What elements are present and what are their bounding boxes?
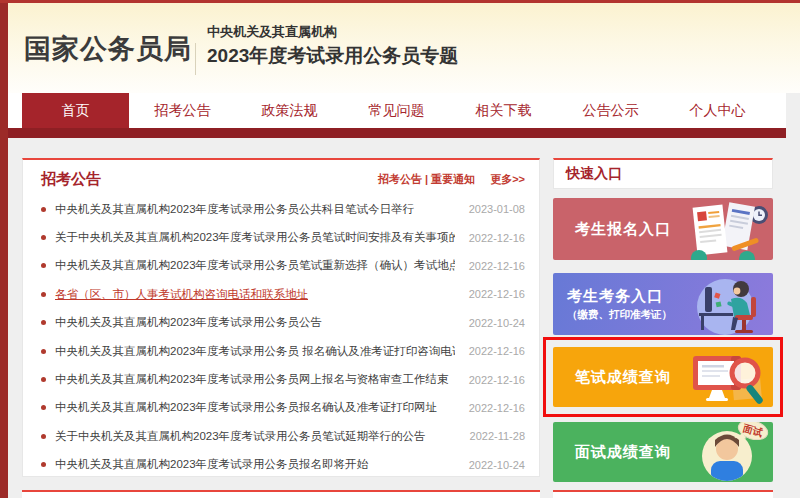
bullet-icon xyxy=(41,405,46,410)
written-score-query-button[interactable]: 笔试成绩查询 xyxy=(553,347,773,407)
quick-button-label-wrap: 笔试成绩查询 xyxy=(575,368,671,387)
panel-header-links: 招考公告 | 重要通知 更多>> xyxy=(378,172,525,187)
quick-links-title: 快速入口 xyxy=(566,165,622,181)
announcement-date: 2023-01-08 xyxy=(463,203,525,215)
nav-tab-4[interactable]: 相关下载 xyxy=(450,93,557,128)
announcement-date: 2022-12-16 xyxy=(463,345,525,357)
left-accent-stripe xyxy=(0,0,8,498)
exam-affairs-button[interactable]: 考生考务入口（缴费、打印准考证） xyxy=(553,273,773,335)
quick-button-label-wrap: 面试成绩查询 xyxy=(575,443,671,462)
announcement-date: 2022-12-16 xyxy=(463,260,525,272)
quick-button-label: 笔试成绩查询 xyxy=(575,368,671,387)
interview-score-query-button[interactable]: 面试成绩查询面试 xyxy=(553,422,773,482)
announcement-date: 2022-11-28 xyxy=(463,430,525,442)
announcement-link[interactable]: 关于中央机关及其直属机构2023年度考试录用公务员笔试时间安排及有关事项的公告 xyxy=(55,230,455,245)
announcement-list: 中央机关及其直属机构2023年度考试录用公务员公共科目笔试今日举行2023-01… xyxy=(23,193,539,479)
nav-underline-bar xyxy=(8,128,786,138)
page: 国家公务员局 中央机关及其直属机构 2023年度考试录用公务员专题 首页招考公告… xyxy=(0,0,800,498)
list-item: 中央机关及其直属机构2023年度考试录用公务员公告2022-10-24 xyxy=(41,309,525,337)
announcement-link[interactable]: 中央机关及其直属机构2023年度考试录用公务员公告 xyxy=(55,315,455,330)
header-subtitle-topic: 2023年度考试录用公务员专题 xyxy=(207,43,458,69)
list-item: 中央机关及其直属机构2023年度考试录用公务员报名确认及准考证打印网址2022-… xyxy=(41,394,525,422)
quick-links-panel-header: 快速入口 xyxy=(553,158,773,189)
nav-tab-2[interactable]: 政策法规 xyxy=(236,93,343,128)
bullet-icon xyxy=(41,462,46,467)
announcement-link[interactable]: 关于中央机关及其直属机构2023年度考试录用公务员笔试延期举行的公告 xyxy=(55,429,455,444)
quick-button-label-wrap: 考生考务入口（缴费、打印准考证） xyxy=(567,287,672,322)
page-header: 国家公务员局 中央机关及其直属机构 2023年度考试录用公务员专题 xyxy=(0,3,800,93)
nav-tab-0[interactable]: 首页 xyxy=(22,93,129,128)
bullet-icon xyxy=(41,320,46,325)
announcement-date: 2022-12-16 xyxy=(463,232,525,244)
quick-button-sublabel: （缴费、打印准考证） xyxy=(567,308,672,322)
quick-button-label: 面试成绩查询 xyxy=(575,443,671,462)
bullet-icon xyxy=(41,263,46,268)
interview-avatar-icon: 面试 xyxy=(689,422,771,482)
bullet-icon xyxy=(41,349,46,354)
announcement-link[interactable]: 中央机关及其直属机构2023年度考试录用公务员网上报名与资格审查工作结束 xyxy=(55,372,455,387)
announcement-link[interactable]: 中央机关及其直属机构2023年度考试录用公务员报名即将开始 xyxy=(55,457,455,472)
announcements-panel-header: 招考公告 招考公告 | 重要通知 更多>> xyxy=(23,160,539,193)
announcement-date: 2022-12-16 xyxy=(463,288,525,300)
bullet-icon xyxy=(41,434,46,439)
list-item: 各省（区、市）人事考试机构咨询电话和联系地址2022-12-16 xyxy=(41,280,525,308)
list-item: 关于中央机关及其直属机构2023年度考试录用公务员笔试时间安排及有关事项的公告2… xyxy=(41,223,525,251)
list-item: 关于中央机关及其直属机构2023年度考试录用公务员笔试延期举行的公告2022-1… xyxy=(41,422,525,450)
registration-docs-icon xyxy=(679,202,771,260)
announcement-date: 2022-10-24 xyxy=(463,317,525,329)
announcement-link[interactable]: 各省（区、市）人事考试机构咨询电话和联系地址 xyxy=(55,287,455,302)
announcements-panel: 招考公告 招考公告 | 重要通知 更多>> 中央机关及其直属机构2023年度考试… xyxy=(22,158,540,477)
list-filter-tabs[interactable]: 招考公告 | 重要通知 xyxy=(378,173,475,185)
nav-tab-3[interactable]: 常见问题 xyxy=(343,93,450,128)
list-item: 中央机关及其直属机构2023年度考试录用公务员笔试重新选择（确认）考试地点或放弃… xyxy=(41,252,525,280)
bullet-icon xyxy=(41,292,46,297)
bullet-icon xyxy=(41,377,46,382)
bullet-icon xyxy=(41,207,46,212)
bullet-icon xyxy=(41,235,46,240)
announcement-link[interactable]: 中央机关及其直属机构2023年度考试录用公务员笔试重新选择（确认）考试地点或放弃… xyxy=(55,258,455,273)
header-subtitle-org: 中央机关及其直属机构 xyxy=(207,23,337,41)
announcement-link[interactable]: 中央机关及其直属机构2023年度考试录用公务员报名确认及准考证打印网址 xyxy=(55,400,455,415)
nav-tab-1[interactable]: 招考公告 xyxy=(129,93,236,128)
more-link[interactable]: 更多>> xyxy=(490,173,525,185)
written-score-icon xyxy=(685,351,771,407)
list-item: 中央机关及其直属机构2023年度考试录用公务员公共科目笔试今日举行2023-01… xyxy=(41,195,525,223)
header-divider xyxy=(195,43,196,75)
list-item: 中央机关及其直属机构2023年度考试录用公务员报名即将开始2022-10-24 xyxy=(41,451,525,479)
site-title: 国家公务员局 xyxy=(24,31,192,67)
announcement-date: 2022-12-16 xyxy=(463,402,525,414)
nav-tab-6[interactable]: 个人中心 xyxy=(664,93,771,128)
next-panel-right xyxy=(553,490,773,498)
announcement-link[interactable]: 中央机关及其直属机构2023年度考试录用公务员公共科目笔试今日举行 xyxy=(55,202,455,217)
top-accent-line xyxy=(0,0,800,3)
panel-title: 招考公告 xyxy=(41,170,101,189)
list-item: 中央机关及其直属机构2023年度考试录用公务员网上报名与资格审查工作结束2022… xyxy=(41,365,525,393)
next-panel-left xyxy=(22,490,540,498)
announcement-date: 2022-12-16 xyxy=(463,374,525,386)
quick-links-buttons: 考生报名入口考生考务入口（缴费、打印准考证）笔试成绩查询面试成绩查询面试 xyxy=(553,198,773,482)
announcement-date: 2022-10-24 xyxy=(463,459,525,471)
quick-button-label-wrap: 考生报名入口 xyxy=(575,220,671,239)
nav-tab-5[interactable]: 公告公示 xyxy=(557,93,664,128)
quick-button-label: 考生考务入口 xyxy=(567,287,672,306)
nav-tabs: 首页招考公告政策法规常见问题相关下载公告公示个人中心 xyxy=(8,93,786,128)
exam-affairs-icon xyxy=(683,275,771,335)
announcement-link[interactable]: 中央机关及其直属机构2023年度考试录用公务员 报名确认及准考证打印咨询电话 xyxy=(55,344,455,359)
list-item: 中央机关及其直属机构2023年度考试录用公务员 报名确认及准考证打印咨询电话20… xyxy=(41,337,525,365)
quick-button-label: 考生报名入口 xyxy=(575,220,671,239)
candidate-registration-button[interactable]: 考生报名入口 xyxy=(553,198,773,260)
